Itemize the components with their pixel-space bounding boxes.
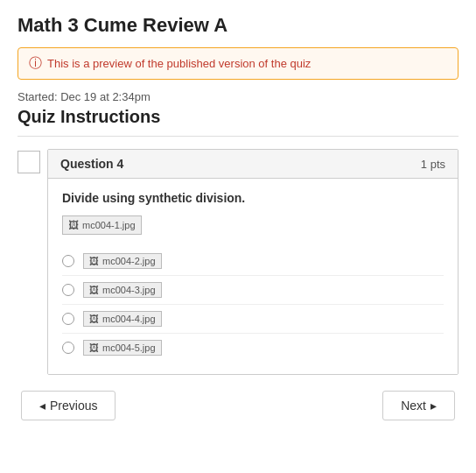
radio-c[interactable]: [62, 313, 74, 325]
answer-option-d[interactable]: 🖼 mc004-5.jpg: [62, 334, 444, 362]
answer-option-a[interactable]: 🖼 mc004-2.jpg: [62, 247, 444, 276]
page-title: Math 3 Cume Review A: [18, 14, 458, 37]
image-icon-a: 🖼: [89, 256, 99, 266]
radio-a[interactable]: [62, 255, 74, 267]
previous-label: Previous: [50, 399, 97, 413]
question-header: Question 4 1 pts: [48, 150, 458, 179]
answer-option-b[interactable]: 🖼 mc004-3.jpg: [62, 276, 444, 305]
question-image-label: mc004-1.jpg: [82, 220, 136, 230]
image-icon-c: 🖼: [89, 314, 99, 324]
image-icon: 🖼: [68, 219, 79, 231]
answer-image-label-d: mc004-5.jpg: [102, 342, 156, 353]
answer-image-label-c: mc004-4.jpg: [102, 314, 156, 324]
next-button[interactable]: Next ▸: [382, 391, 455, 420]
question-body: Divide using synthetic division. 🖼 mc004…: [48, 179, 458, 374]
previous-arrow-icon: ◂: [39, 399, 46, 413]
answer-options-list: 🖼 mc004-2.jpg 🖼 mc004-3.jpg: [62, 247, 444, 362]
info-icon: ⓘ: [29, 55, 42, 72]
question-container: Question 4 1 pts Divide using synthetic …: [18, 149, 458, 375]
image-icon-d: 🖼: [89, 342, 99, 353]
preview-banner: ⓘ This is a preview of the published ver…: [18, 47, 458, 80]
answer-option-c[interactable]: 🖼 mc004-4.jpg: [62, 305, 444, 334]
started-text: Started: Dec 19 at 2:34pm: [18, 90, 458, 103]
question-card: Question 4 1 pts Divide using synthetic …: [47, 149, 458, 375]
section-divider: [18, 136, 458, 137]
question-image: 🖼 mc004-1.jpg: [62, 215, 142, 235]
radio-d[interactable]: [62, 342, 74, 354]
next-label: Next: [401, 399, 426, 413]
question-prompt: Divide using synthetic division.: [62, 191, 444, 205]
answer-image-d: 🖼 mc004-5.jpg: [83, 340, 162, 356]
previous-button[interactable]: ◂ Previous: [21, 391, 116, 420]
next-arrow-icon: ▸: [430, 399, 437, 413]
bookmark-checkbox[interactable]: [18, 151, 40, 173]
preview-message: This is a preview of the published versi…: [47, 57, 311, 70]
answer-image-b: 🖼 mc004-3.jpg: [83, 282, 162, 298]
radio-b[interactable]: [62, 284, 74, 296]
quiz-instructions-title: Quiz Instructions: [18, 107, 458, 127]
answer-image-a: 🖼 mc004-2.jpg: [83, 253, 162, 269]
answer-image-label-b: mc004-3.jpg: [102, 285, 156, 295]
nav-footer: ◂ Previous Next ▸: [18, 391, 458, 420]
answer-image-label-a: mc004-2.jpg: [102, 256, 156, 266]
image-icon-b: 🖼: [89, 285, 99, 295]
question-label: Question 4: [60, 157, 123, 171]
answer-image-c: 🖼 mc004-4.jpg: [83, 311, 162, 327]
question-points: 1 pts: [421, 158, 445, 171]
